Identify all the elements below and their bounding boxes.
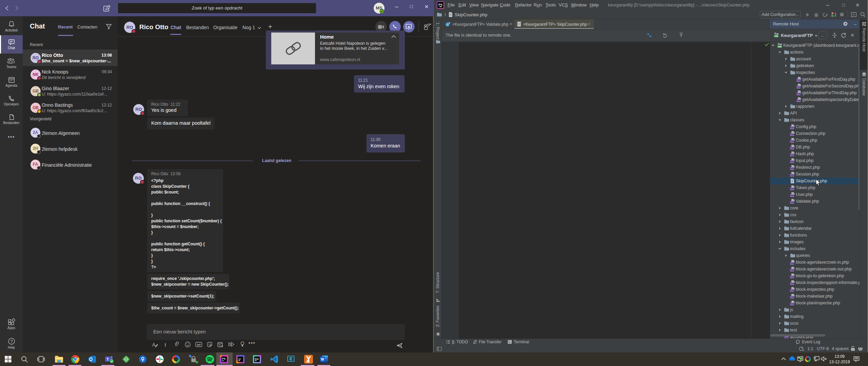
svg-text:DG: DG — [255, 358, 259, 361]
svg-text:W: W — [321, 358, 324, 361]
svg-text:A: A — [152, 342, 156, 347]
svg-text:IJ: IJ — [239, 358, 241, 361]
svg-text:C: C — [447, 23, 449, 26]
svg-text:T: T — [106, 357, 109, 361]
svg-text:GIF: GIF — [197, 343, 201, 346]
svg-text:PS: PS — [222, 357, 225, 360]
svg-text:?: ? — [10, 339, 13, 344]
